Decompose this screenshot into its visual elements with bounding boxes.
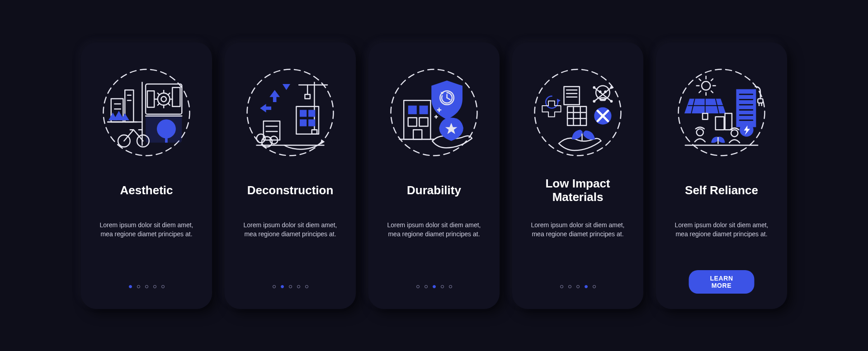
svg-rect-40: [300, 119, 307, 126]
dot[interactable]: [161, 285, 165, 288]
dot[interactable]: [153, 285, 156, 288]
svg-point-25: [157, 119, 176, 138]
card-description: Lorem ipsum dolor sit diem amet, mea reg…: [668, 220, 775, 239]
svg-line-95: [711, 91, 713, 93]
svg-line-19: [168, 103, 170, 105]
svg-marker-64: [557, 98, 561, 103]
svg-rect-116: [725, 113, 732, 129]
card-selfreliance: Self Reliance Lorem ipsum dolor sit diem…: [656, 42, 787, 309]
card-title: Durability: [407, 177, 461, 204]
card-materials: Low ImpactMaterials Lorem ipsum dolor si…: [512, 42, 643, 309]
deconstruction-icon: [243, 65, 338, 160]
dot[interactable]: [145, 285, 148, 288]
svg-rect-60: [413, 130, 422, 139]
svg-rect-11: [146, 84, 182, 114]
card-title: Aesthetic: [120, 177, 173, 204]
card-title: Self Reliance: [685, 177, 758, 204]
dot[interactable]: [585, 285, 588, 288]
dot[interactable]: [560, 285, 563, 288]
pagination-dots: [512, 285, 643, 288]
materials-icon: [530, 65, 625, 160]
card-description: Lorem ipsum dolor sit diem amet, mea reg…: [524, 220, 632, 239]
svg-point-80: [593, 100, 595, 103]
card-title: Deconstruction: [247, 177, 334, 204]
svg-rect-39: [308, 110, 315, 117]
svg-point-89: [702, 81, 710, 90]
card-description: Lorem ipsum dolor sit diem amet, mea reg…: [380, 220, 488, 239]
card-row: Aesthetic Lorem ipsum dolor sit diem ame…: [0, 0, 868, 351]
svg-rect-69: [567, 106, 586, 125]
svg-rect-41: [308, 119, 315, 126]
dot[interactable]: [425, 285, 428, 288]
svg-line-97: [699, 91, 701, 93]
svg-rect-57: [420, 105, 428, 114]
svg-line-18: [158, 93, 160, 95]
svg-rect-115: [716, 117, 724, 130]
svg-line-96: [711, 79, 713, 80]
pagination-dots: [81, 285, 212, 288]
durability-icon: [387, 65, 481, 160]
svg-line-21: [158, 103, 160, 105]
learn-more-button[interactable]: LEARN MORE: [689, 270, 755, 294]
aesthetic-icon: [99, 65, 194, 160]
svg-point-118: [731, 130, 738, 136]
dot[interactable]: [441, 285, 444, 288]
svg-rect-59: [420, 117, 428, 126]
pagination-dots: [368, 285, 500, 288]
svg-rect-65: [564, 86, 579, 104]
svg-point-83: [610, 100, 613, 103]
dot[interactable]: [593, 285, 596, 288]
svg-rect-56: [408, 105, 417, 114]
dot[interactable]: [305, 285, 308, 288]
svg-line-94: [699, 79, 701, 80]
dot[interactable]: [416, 285, 420, 288]
svg-point-81: [610, 86, 613, 89]
dot[interactable]: [137, 285, 140, 288]
svg-rect-58: [408, 117, 417, 126]
card-aesthetic: Aesthetic Lorem ipsum dolor sit diem ame…: [81, 42, 212, 309]
svg-rect-23: [147, 91, 154, 107]
svg-marker-49: [321, 139, 325, 144]
dot[interactable]: [273, 285, 276, 288]
card-durability: Durability Lorem ipsum dolor sit diem am…: [368, 42, 500, 309]
card-title: Low ImpactMaterials: [545, 177, 610, 204]
card-description: Lorem ipsum dolor sit diem amet, mea reg…: [236, 220, 344, 239]
dot[interactable]: [289, 285, 292, 288]
dot[interactable]: [297, 285, 300, 288]
svg-line-20: [168, 93, 170, 95]
dot[interactable]: [129, 285, 132, 288]
svg-rect-102: [703, 113, 708, 119]
dot[interactable]: [281, 285, 284, 288]
svg-rect-36: [305, 94, 310, 98]
svg-point-13: [161, 96, 166, 101]
dot[interactable]: [449, 285, 452, 288]
pagination-dots: [225, 285, 356, 288]
dot[interactable]: [568, 285, 571, 288]
svg-point-82: [593, 86, 595, 89]
svg-rect-110: [758, 98, 763, 103]
svg-point-117: [697, 129, 703, 136]
svg-rect-26: [165, 136, 168, 142]
svg-rect-22: [172, 87, 180, 106]
svg-rect-38: [300, 110, 307, 117]
selfreliance-icon: [674, 65, 769, 160]
dot[interactable]: [433, 285, 436, 288]
dot[interactable]: [576, 285, 580, 288]
card-deconstruction: Deconstruction Lorem ipsum dolor sit die…: [225, 42, 356, 309]
card-description: Lorem ipsum dolor sit diem amet, mea reg…: [93, 220, 200, 239]
